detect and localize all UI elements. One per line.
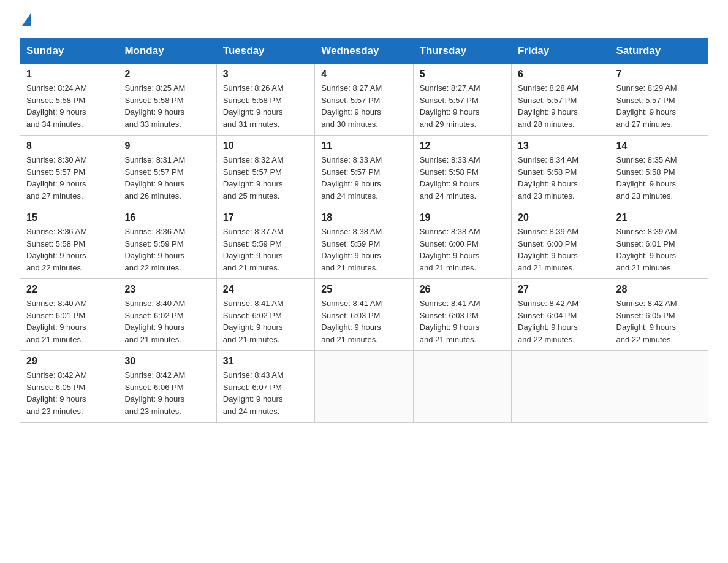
col-tuesday: Tuesday bbox=[216, 39, 314, 64]
day-info: Sunrise: 8:29 AMSunset: 5:57 PMDaylight:… bbox=[616, 82, 702, 130]
table-row: 31Sunrise: 8:43 AMSunset: 6:07 PMDayligh… bbox=[216, 351, 314, 423]
day-info: Sunrise: 8:42 AMSunset: 6:04 PMDaylight:… bbox=[518, 297, 603, 345]
day-info: Sunrise: 8:41 AMSunset: 6:03 PMDaylight:… bbox=[420, 297, 505, 345]
day-number: 15 bbox=[26, 212, 112, 223]
day-info: Sunrise: 8:43 AMSunset: 6:07 PMDaylight:… bbox=[223, 369, 308, 417]
table-row bbox=[315, 351, 413, 423]
day-info: Sunrise: 8:39 AMSunset: 6:01 PMDaylight:… bbox=[616, 226, 702, 274]
calendar-week-row: 1Sunrise: 8:24 AMSunset: 5:58 PMDaylight… bbox=[20, 64, 708, 136]
day-number: 2 bbox=[124, 69, 210, 80]
day-number: 3 bbox=[223, 69, 308, 80]
day-info: Sunrise: 8:42 AMSunset: 6:06 PMDaylight:… bbox=[124, 369, 210, 417]
day-info: Sunrise: 8:41 AMSunset: 6:03 PMDaylight:… bbox=[321, 297, 406, 345]
day-number: 9 bbox=[124, 140, 210, 151]
day-number: 12 bbox=[420, 140, 505, 151]
table-row: 9Sunrise: 8:31 AMSunset: 5:57 PMDaylight… bbox=[118, 136, 216, 207]
table-row: 15Sunrise: 8:36 AMSunset: 5:58 PMDayligh… bbox=[20, 207, 118, 279]
day-number: 5 bbox=[420, 69, 505, 80]
day-number: 21 bbox=[616, 212, 702, 223]
day-info: Sunrise: 8:40 AMSunset: 6:01 PMDaylight:… bbox=[26, 297, 112, 345]
table-row: 29Sunrise: 8:42 AMSunset: 6:05 PMDayligh… bbox=[20, 351, 118, 423]
day-info: Sunrise: 8:39 AMSunset: 6:00 PMDaylight:… bbox=[518, 226, 603, 274]
day-number: 31 bbox=[223, 356, 308, 367]
day-info: Sunrise: 8:37 AMSunset: 5:59 PMDaylight:… bbox=[223, 226, 308, 274]
table-row: 10Sunrise: 8:32 AMSunset: 5:57 PMDayligh… bbox=[216, 136, 314, 207]
day-number: 11 bbox=[321, 140, 406, 151]
day-info: Sunrise: 8:28 AMSunset: 5:57 PMDaylight:… bbox=[518, 82, 603, 130]
day-number: 8 bbox=[26, 140, 112, 151]
table-row: 23Sunrise: 8:40 AMSunset: 6:02 PMDayligh… bbox=[118, 279, 216, 351]
table-row: 26Sunrise: 8:41 AMSunset: 6:03 PMDayligh… bbox=[413, 279, 511, 351]
day-info: Sunrise: 8:35 AMSunset: 5:58 PMDaylight:… bbox=[616, 154, 702, 202]
day-number: 4 bbox=[321, 69, 406, 80]
table-row: 20Sunrise: 8:39 AMSunset: 6:00 PMDayligh… bbox=[512, 207, 610, 279]
calendar-week-row: 8Sunrise: 8:30 AMSunset: 5:57 PMDaylight… bbox=[20, 136, 708, 207]
day-info: Sunrise: 8:27 AMSunset: 5:57 PMDaylight:… bbox=[321, 82, 406, 130]
logo-arrow-icon bbox=[22, 13, 31, 26]
day-number: 19 bbox=[420, 212, 505, 223]
day-number: 23 bbox=[124, 284, 210, 295]
calendar-table: Sunday Monday Tuesday Wednesday Thursday… bbox=[20, 38, 708, 423]
logo bbox=[20, 15, 31, 27]
day-number: 13 bbox=[518, 140, 603, 151]
day-number: 18 bbox=[321, 212, 406, 223]
day-number: 16 bbox=[124, 212, 210, 223]
day-info: Sunrise: 8:42 AMSunset: 6:05 PMDaylight:… bbox=[26, 369, 112, 417]
day-info: Sunrise: 8:42 AMSunset: 6:05 PMDaylight:… bbox=[616, 297, 702, 345]
day-info: Sunrise: 8:32 AMSunset: 5:57 PMDaylight:… bbox=[223, 154, 308, 202]
col-sunday: Sunday bbox=[20, 39, 118, 64]
table-row: 14Sunrise: 8:35 AMSunset: 5:58 PMDayligh… bbox=[610, 136, 708, 207]
table-row: 30Sunrise: 8:42 AMSunset: 6:06 PMDayligh… bbox=[118, 351, 216, 423]
day-info: Sunrise: 8:34 AMSunset: 5:58 PMDaylight:… bbox=[518, 154, 603, 202]
day-info: Sunrise: 8:27 AMSunset: 5:57 PMDaylight:… bbox=[420, 82, 505, 130]
day-info: Sunrise: 8:33 AMSunset: 5:57 PMDaylight:… bbox=[321, 154, 406, 202]
table-row: 28Sunrise: 8:42 AMSunset: 6:05 PMDayligh… bbox=[610, 279, 708, 351]
table-row: 1Sunrise: 8:24 AMSunset: 5:58 PMDaylight… bbox=[20, 64, 118, 136]
day-number: 24 bbox=[223, 284, 308, 295]
day-number: 30 bbox=[124, 356, 210, 367]
page-header bbox=[20, 15, 708, 27]
day-number: 25 bbox=[321, 284, 406, 295]
table-row: 3Sunrise: 8:26 AMSunset: 5:58 PMDaylight… bbox=[216, 64, 314, 136]
table-row: 2Sunrise: 8:25 AMSunset: 5:58 PMDaylight… bbox=[118, 64, 216, 136]
day-info: Sunrise: 8:30 AMSunset: 5:57 PMDaylight:… bbox=[26, 154, 112, 202]
calendar-week-row: 29Sunrise: 8:42 AMSunset: 6:05 PMDayligh… bbox=[20, 351, 708, 423]
day-info: Sunrise: 8:31 AMSunset: 5:57 PMDaylight:… bbox=[124, 154, 210, 202]
day-number: 22 bbox=[26, 284, 112, 295]
day-info: Sunrise: 8:38 AMSunset: 6:00 PMDaylight:… bbox=[420, 226, 505, 274]
day-info: Sunrise: 8:24 AMSunset: 5:58 PMDaylight:… bbox=[26, 82, 112, 130]
day-info: Sunrise: 8:36 AMSunset: 5:58 PMDaylight:… bbox=[26, 226, 112, 274]
col-wednesday: Wednesday bbox=[315, 39, 413, 64]
table-row: 24Sunrise: 8:41 AMSunset: 6:02 PMDayligh… bbox=[216, 279, 314, 351]
calendar-week-row: 22Sunrise: 8:40 AMSunset: 6:01 PMDayligh… bbox=[20, 279, 708, 351]
day-info: Sunrise: 8:40 AMSunset: 6:02 PMDaylight:… bbox=[124, 297, 210, 345]
day-number: 29 bbox=[26, 356, 112, 367]
day-number: 17 bbox=[223, 212, 308, 223]
table-row: 8Sunrise: 8:30 AMSunset: 5:57 PMDaylight… bbox=[20, 136, 118, 207]
table-row: 5Sunrise: 8:27 AMSunset: 5:57 PMDaylight… bbox=[413, 64, 511, 136]
day-number: 10 bbox=[223, 140, 308, 151]
table-row: 4Sunrise: 8:27 AMSunset: 5:57 PMDaylight… bbox=[315, 64, 413, 136]
table-row: 6Sunrise: 8:28 AMSunset: 5:57 PMDaylight… bbox=[512, 64, 610, 136]
day-info: Sunrise: 8:33 AMSunset: 5:58 PMDaylight:… bbox=[420, 154, 505, 202]
table-row bbox=[413, 351, 511, 423]
col-thursday: Thursday bbox=[413, 39, 511, 64]
col-monday: Monday bbox=[118, 39, 216, 64]
table-row: 25Sunrise: 8:41 AMSunset: 6:03 PMDayligh… bbox=[315, 279, 413, 351]
day-number: 14 bbox=[616, 140, 702, 151]
day-info: Sunrise: 8:25 AMSunset: 5:58 PMDaylight:… bbox=[124, 82, 210, 130]
day-number: 1 bbox=[26, 69, 112, 80]
day-number: 26 bbox=[420, 284, 505, 295]
table-row: 11Sunrise: 8:33 AMSunset: 5:57 PMDayligh… bbox=[315, 136, 413, 207]
day-number: 7 bbox=[616, 69, 702, 80]
table-row bbox=[610, 351, 708, 423]
col-friday: Friday bbox=[512, 39, 610, 64]
calendar-header-row: Sunday Monday Tuesday Wednesday Thursday… bbox=[20, 39, 708, 64]
table-row: 12Sunrise: 8:33 AMSunset: 5:58 PMDayligh… bbox=[413, 136, 511, 207]
day-number: 20 bbox=[518, 212, 603, 223]
table-row: 16Sunrise: 8:36 AMSunset: 5:59 PMDayligh… bbox=[118, 207, 216, 279]
day-info: Sunrise: 8:26 AMSunset: 5:58 PMDaylight:… bbox=[223, 82, 308, 130]
col-saturday: Saturday bbox=[610, 39, 708, 64]
table-row: 7Sunrise: 8:29 AMSunset: 5:57 PMDaylight… bbox=[610, 64, 708, 136]
day-number: 6 bbox=[518, 69, 603, 80]
